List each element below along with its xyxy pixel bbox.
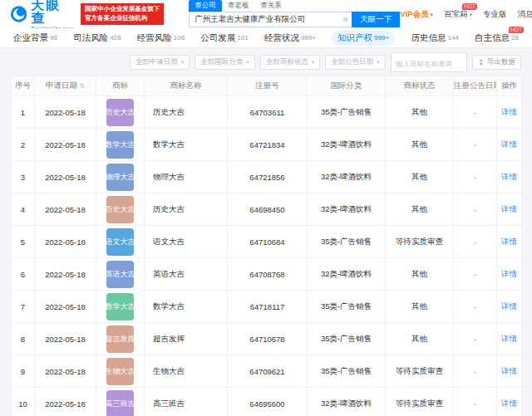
company-search-input[interactable] (190, 15, 352, 24)
cell-status: 其他 (386, 258, 454, 291)
top-right-menu: VIP会员 ▾百宝箱 ▾HOT专业版消息中心1九九三 ▾ (400, 9, 532, 20)
chevron-down-icon: ▾ (468, 12, 472, 17)
search-box: ⊗ (189, 12, 352, 27)
filter-dropdown[interactable]: 全部公告日期▾ (325, 55, 386, 70)
cell-publish-date: - (454, 323, 497, 355)
nav-tab[interactable]: 知识产权999+ (332, 31, 395, 46)
nav-tab[interactable]: 经营状况999+ (264, 32, 316, 44)
cell-mark-name: 历史大吉 (145, 96, 228, 129)
table-row: 92022-05-18生物大吉生物大吉6470962135类-广告销售等待实质审… (12, 355, 522, 388)
nav-tab[interactable]: 历史信息144 (411, 32, 458, 44)
company-section-navbar: 企业背景96司法风险428经营风险106公司发展101经营状况999+知识产权9… (0, 28, 532, 48)
filter-dropdown[interactable]: 全部申请日期▾ (130, 55, 190, 70)
cell-action: 详情 (497, 129, 522, 161)
search-submit-button[interactable]: 天眼一下 (352, 12, 400, 27)
cell-reg-number: 64698450 (228, 193, 308, 226)
cell-mark-image: 数学大吉 (96, 129, 145, 161)
cell-mark-name: 语文大吉 (145, 226, 228, 258)
trademark-badge: 高三班吉 (106, 390, 134, 416)
chevron-down-icon: ▾ (312, 59, 315, 66)
detail-link[interactable]: 详情 (501, 301, 517, 311)
cell-action: 详情 (497, 161, 522, 193)
cell-apply-date: 2022-05-18 (35, 96, 96, 129)
nav-tab-count: 999+ (301, 34, 316, 42)
detail-link[interactable]: 详情 (501, 204, 517, 213)
cell-mark-name: 物理大吉 (145, 161, 228, 193)
nav-tab-label: 公司发展 (200, 32, 235, 44)
detail-link[interactable]: 详情 (501, 334, 517, 343)
menu-item[interactable]: VIP会员 ▾ (400, 9, 433, 20)
cell-mark-image: 数学大吉 (96, 291, 145, 323)
cell-intl-class: 35类-广告销售 (308, 291, 386, 323)
nav-tab-count: 28 (511, 34, 519, 42)
nav-tab[interactable]: 经营风险106 (137, 32, 185, 44)
detail-link[interactable]: 详情 (501, 399, 517, 408)
cell-action: 详情 (497, 355, 522, 388)
cell-publish-date: - (454, 161, 497, 193)
cell-status: 其他 (386, 193, 454, 226)
nav-tab[interactable]: 企业背景96 (13, 32, 57, 44)
cell-intl-class: 32类-啤酒饮料 (308, 258, 386, 291)
table-row: 22022-05-18数学大吉数学大吉6472183432类-啤酒饮料其他-详情 (12, 129, 522, 161)
nav-tab-count: 106 (174, 34, 185, 42)
detail-link[interactable]: 详情 (501, 366, 517, 375)
nav-tab[interactable]: 司法风险428 (73, 32, 121, 44)
tianyancha-logo-icon (10, 5, 27, 23)
nav-tab[interactable]: 自主信息28HOT (475, 32, 519, 44)
trademark-badge: 生物大吉 (106, 358, 134, 385)
cell-intl-class: 35类-广告销售 (308, 226, 386, 258)
detail-link[interactable]: 详情 (501, 237, 517, 246)
hot-badge: HOT (509, 27, 524, 33)
search-tab[interactable]: 查公司 (189, 0, 222, 12)
table-row: 102022-05-18高三班吉高三班吉6469560032类-啤酒饮料等待实质… (12, 388, 522, 416)
column-header[interactable]: 申请日期 ⇅ (35, 76, 96, 96)
nav-tab-count: 144 (447, 34, 458, 42)
column-header: 序号 (12, 76, 35, 96)
cell-index: 7 (12, 291, 35, 323)
nav-tab-count: 101 (237, 34, 248, 42)
cell-index: 1 (12, 96, 35, 129)
cell-mark-image: 超吉发挥 (96, 323, 145, 355)
clear-search-icon[interactable]: ⊗ (342, 15, 349, 23)
menu-item[interactable]: 专业版 (483, 9, 507, 20)
nav-tab[interactable]: 公司发展101 (200, 32, 248, 44)
search-area: 查公司查老板查关系 ⊗ 天眼一下 (189, 2, 400, 27)
search-tab[interactable]: 查关系 (254, 0, 288, 12)
cell-index: 5 (12, 226, 35, 258)
filter-dropdown-label: 全部商标状态 (266, 57, 308, 67)
cell-action: 详情 (497, 226, 522, 258)
export-data-button[interactable]: ↧ 导出数据 (472, 55, 521, 70)
cell-apply-date: 2022-05-18 (35, 129, 96, 161)
detail-link[interactable]: 详情 (501, 107, 517, 116)
cell-apply-date: 2022-05-18 (35, 323, 96, 355)
filter-dropdown[interactable]: 全部国际分类▾ (195, 55, 255, 70)
trademark-name-search-input[interactable] (396, 60, 462, 68)
cell-mark-image: 高三班吉 (96, 388, 145, 416)
nav-tab-label: 经营风险 (137, 32, 172, 44)
cell-publish-date: - (454, 193, 497, 226)
brand-name: 天眼查 (31, 0, 74, 25)
nav-tab-count: 96 (50, 34, 57, 42)
filter-dropdown[interactable]: 全部商标状态▾ (260, 55, 321, 70)
detail-link[interactable]: 详情 (501, 269, 517, 278)
cell-action: 详情 (497, 193, 522, 226)
menu-item[interactable]: 百宝箱 ▾HOT (444, 9, 472, 20)
column-header: 商标名称 (145, 76, 228, 96)
filter-dropdown-label: 全部国际分类 (200, 57, 243, 67)
sort-icon[interactable]: ⇅ (77, 82, 85, 90)
tianyancha-logo[interactable]: 天眼查 TianYanCha.com (10, 0, 74, 31)
cell-index: 9 (12, 355, 35, 388)
cell-mark-image: 语文大吉 (96, 226, 145, 258)
detail-link[interactable]: 详情 (501, 139, 517, 149)
trademark-badge: 英语大吉 (106, 261, 134, 288)
nav-tab-label: 企业背景 (13, 32, 48, 44)
column-header[interactable]: 注册公告日期 ⇅ (454, 76, 497, 96)
cell-mark-name: 英语大吉 (145, 258, 228, 291)
cell-mark-image: 生物大吉 (96, 355, 145, 388)
menu-item[interactable]: 消息中心 (518, 9, 532, 20)
export-label: 导出数据 (487, 57, 515, 67)
detail-link[interactable]: 详情 (501, 172, 517, 181)
search-tab[interactable]: 查老板 (222, 0, 255, 12)
filter-dropdown-label: 全部申请日期 (135, 57, 178, 67)
cell-status: 等待实质审查 (386, 388, 454, 416)
